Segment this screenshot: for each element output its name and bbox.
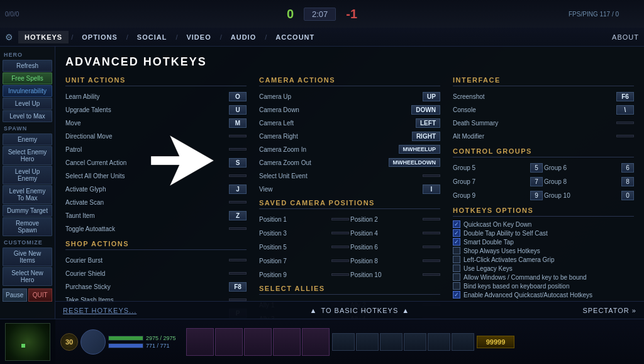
score-radiant: 0 bbox=[287, 7, 294, 21]
sidebar-spawn-title: SPAWN bbox=[3, 123, 52, 133]
sidebar-give-new-items[interactable]: Give New Items bbox=[3, 247, 52, 266]
hero-portrait bbox=[80, 329, 106, 355]
hotkey-death-summary: Death Summary bbox=[453, 117, 634, 129]
hotkey-camera-zoom-out: Camera Zoom Out MWHEELDOWN bbox=[259, 156, 440, 169]
sidebar-select-new-hero[interactable]: Select New Hero bbox=[3, 267, 52, 286]
sidebar-select-enemy-hero[interactable]: Select Enemy Hero bbox=[3, 146, 52, 165]
gold-display: 99999 bbox=[477, 336, 514, 348]
hotkey-alt-modifier: Alt Modifier bbox=[453, 130, 634, 142]
player-stats: 0/0/0 bbox=[5, 11, 19, 18]
spectator-button[interactable]: SPECTATOR » bbox=[582, 307, 636, 314]
item-slot-1[interactable] bbox=[332, 333, 355, 351]
ability-slots bbox=[186, 328, 330, 356]
camera-actions-title: CAMERA ACTIONS bbox=[259, 76, 440, 86]
sidebar-refresh[interactable]: Refresh bbox=[3, 60, 52, 72]
cg-group8: Group 8 8 bbox=[544, 175, 634, 188]
sidebar-level-to-max[interactable]: Level to Max bbox=[3, 110, 52, 122]
health-mana-bars: 2975 / 2975 771 / 771 bbox=[108, 335, 184, 349]
ability-slot-4[interactable] bbox=[273, 328, 301, 356]
sidebar-dummy-target[interactable]: Dummy Target bbox=[3, 205, 52, 217]
cb-double-tap-self-cast: Double Tap Ability to Self Cast bbox=[453, 229, 634, 237]
arrow-up-right-icon: ▲ bbox=[402, 307, 409, 314]
sidebar-free-spells[interactable]: Free Spells bbox=[3, 72, 52, 84]
to-basic-hotkeys-button[interactable]: ▲ TO BASIC HOTKEYS ▲ bbox=[310, 307, 410, 314]
checkbox-advanced-quickcast[interactable] bbox=[453, 291, 460, 299]
checkbox-shop-hotkeys[interactable] bbox=[453, 247, 460, 254]
sidebar-remove-spawn[interactable]: Remove Spawn bbox=[3, 217, 52, 236]
checkbox-quickcast-keydown[interactable] bbox=[453, 220, 460, 228]
hotkey-learn-ability: Learn Ability O bbox=[65, 90, 247, 103]
position-10: Position 10 bbox=[350, 268, 440, 281]
health-fill bbox=[109, 336, 143, 340]
reset-hotkeys-button[interactable]: RESET HOTKEYS... bbox=[63, 307, 136, 314]
item-slot-4[interactable] bbox=[404, 333, 426, 351]
position-1: Position 1 bbox=[259, 213, 349, 225]
cg-group7: Group 7 7 bbox=[453, 175, 543, 188]
nav-bar: ⚙ HOTKEYS / OPTIONS / SOCIAL / VIDEO / A… bbox=[0, 28, 644, 47]
quit-button[interactable]: QUIT bbox=[28, 288, 53, 302]
hotkey-upgrade-talents: Upgrade Talents U bbox=[65, 103, 247, 116]
position-4: Position 4 bbox=[350, 227, 440, 239]
select-allies-title: SELECT ALLIES bbox=[259, 285, 440, 295]
nav-hotkeys[interactable]: HOTKEYS bbox=[18, 31, 69, 43]
cb-left-click-camera: Left-Click Activates Camera Grip bbox=[453, 256, 634, 263]
health-text: 2975 / 2975 bbox=[146, 335, 184, 341]
score-center: 0 2:07 -1 bbox=[75, 7, 569, 21]
nav-social[interactable]: SOCIAL bbox=[131, 31, 174, 43]
checkbox-windows-key[interactable] bbox=[453, 273, 460, 281]
cb-quickcast-keydown: Quickcast On Key Down bbox=[453, 220, 634, 228]
item-slot-3[interactable] bbox=[380, 333, 402, 351]
hotkey-camera-zoom-in: Camera Zoom In MWHEELUP bbox=[259, 143, 440, 156]
sidebar-level-enemy-to-max[interactable]: Level Enemy To Max bbox=[3, 185, 52, 204]
mana-text: 771 / 771 bbox=[146, 343, 184, 349]
ability-slot-3[interactable] bbox=[244, 328, 272, 356]
checkbox-left-click-camera[interactable] bbox=[453, 256, 460, 263]
item-slots bbox=[332, 333, 474, 351]
nav-options[interactable]: OPTIONS bbox=[75, 31, 124, 43]
hotkey-camera-down: Camera Down DOWN bbox=[259, 103, 440, 116]
sidebar-enemy[interactable]: Enemy bbox=[3, 134, 52, 145]
item-slot-5[interactable] bbox=[428, 333, 450, 351]
checkbox-legacy-keys[interactable] bbox=[453, 264, 460, 272]
sidebar-level-up[interactable]: Level Up bbox=[3, 98, 52, 110]
cb-advanced-quickcast: Enable Advanced Quickcast/Autocast Hotke… bbox=[453, 291, 634, 299]
sidebar-hero-title: HERO bbox=[3, 49, 52, 59]
item-slot-2[interactable] bbox=[356, 333, 379, 351]
sidebar-invulnerability[interactable]: Invulnerability bbox=[3, 85, 52, 97]
col-camera-actions: CAMERA ACTIONS Camera Up UP Camera Down … bbox=[259, 76, 440, 310]
cg-group6: Group 6 6 bbox=[544, 161, 634, 174]
pause-button[interactable]: Pause bbox=[3, 288, 27, 302]
cb-shop-hotkeys: Shop Always Uses Hotkeys bbox=[453, 247, 634, 254]
minimap bbox=[5, 323, 50, 361]
item-slot-6[interactable] bbox=[452, 333, 474, 351]
position-3: Position 3 bbox=[259, 227, 349, 239]
nav-account[interactable]: ACCOUNT bbox=[269, 31, 321, 43]
nav-video[interactable]: VIDEO bbox=[180, 31, 217, 43]
ability-slot-5[interactable] bbox=[302, 328, 330, 356]
positions-grid: Position 1 Position 2 Position 3 Positio… bbox=[259, 213, 440, 281]
checkbox-smart-double-tap[interactable] bbox=[453, 238, 460, 246]
hotkey-activate-glyph: Activate Glyph J bbox=[65, 183, 247, 195]
health-bar bbox=[108, 336, 143, 341]
sidebar-level-up-enemy[interactable]: Level Up Enemy bbox=[3, 166, 52, 185]
mana-bar bbox=[108, 343, 143, 348]
panel-title: ADVANCED HOTKEYS bbox=[65, 55, 634, 69]
unit-actions-title: UNIT ACTIONS bbox=[65, 76, 247, 86]
checkbox-double-tap-self-cast[interactable] bbox=[453, 229, 460, 237]
position-5: Position 5 bbox=[259, 241, 349, 253]
ability-slot-1[interactable] bbox=[186, 328, 214, 356]
mana-fill bbox=[109, 344, 143, 348]
mana-row: 771 / 771 bbox=[108, 343, 184, 349]
health-row: 2975 / 2975 bbox=[108, 335, 184, 341]
checkbox-keyboard-position[interactable] bbox=[453, 282, 460, 290]
ability-slot-2[interactable] bbox=[215, 328, 243, 356]
score-dire: -1 bbox=[346, 7, 357, 21]
minimap-container bbox=[0, 319, 55, 364]
nav-about[interactable]: ABOUT bbox=[612, 33, 639, 41]
bottom-bar: 30 2975 / 2975 771 / 771 bbox=[0, 319, 644, 364]
position-9: Position 9 bbox=[259, 268, 349, 281]
minimap-hero-dot bbox=[21, 344, 25, 348]
cg-group10: Group 10 0 bbox=[544, 189, 634, 202]
nav-audio[interactable]: AUDIO bbox=[225, 31, 262, 43]
sidebar-customize-title: CUSTOMIZE bbox=[3, 237, 52, 247]
